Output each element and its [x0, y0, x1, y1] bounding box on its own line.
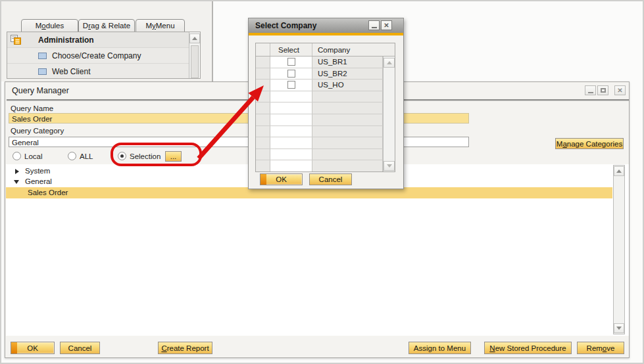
close-icon: ✕: [384, 22, 389, 29]
tab-modules[interactable]: Modules: [21, 19, 78, 32]
radio-selection-label[interactable]: Selection: [130, 152, 161, 160]
row-selector-cell[interactable]: [256, 68, 270, 80]
window-item-icon: [38, 68, 47, 75]
scroll-down-icon: [616, 327, 622, 330]
minimize-icon: [372, 27, 377, 28]
empty-table-row: [256, 137, 395, 149]
select-checkbox[interactable]: [287, 81, 295, 89]
modules-menu-panel: Administration Choose/Create Company Web…: [7, 32, 201, 79]
empty-table-row: [256, 126, 395, 138]
scroll-up-icon: [616, 170, 622, 173]
scroll-up-button[interactable]: [384, 58, 395, 68]
menu-item-web-client[interactable]: Web Client: [7, 64, 189, 79]
dialog-title-bar[interactable]: Select Company ✕: [249, 18, 403, 33]
table-row[interactable]: US_BR2: [256, 68, 395, 80]
table-header-row: Select Company: [256, 43, 395, 57]
row-selector-header: [256, 43, 270, 56]
company-selection-browse-button[interactable]: ...: [165, 151, 182, 162]
tab-my-menu[interactable]: My Menu: [136, 19, 185, 32]
dialog-title: Select Company: [255, 21, 316, 30]
empty-table-row: [256, 114, 395, 126]
query-list-scrollbar[interactable]: [613, 165, 625, 334]
scroll-down-icon: [387, 164, 392, 168]
radio-local[interactable]: [12, 152, 21, 160]
menu-item-choose-create-company[interactable]: Choose/Create Company: [7, 48, 189, 64]
select-checkbox[interactable]: [287, 70, 295, 78]
table-row[interactable]: US_HO: [256, 80, 395, 91]
scroll-up-button[interactable]: [614, 166, 624, 176]
radio-local-label[interactable]: Local: [24, 152, 43, 160]
empty-table-row: [256, 91, 395, 103]
minimize-button[interactable]: [585, 85, 596, 95]
remove-button[interactable]: Remove: [577, 342, 624, 354]
administration-icon: [11, 35, 21, 45]
manage-categories-button[interactable]: Manage Categories: [555, 138, 624, 149]
select-checkbox[interactable]: [287, 58, 295, 66]
empty-table-row: [256, 149, 395, 161]
scroll-up-icon: [387, 61, 392, 64]
menu-item-label: Choose/Create Company: [52, 51, 141, 60]
ok-button[interactable]: OK: [11, 342, 55, 354]
create-report-button[interactable]: Create Report: [158, 342, 212, 354]
scroll-down-button[interactable]: [614, 323, 624, 333]
scrollbar-thumb[interactable]: [191, 45, 199, 78]
tree-expanded-icon[interactable]: [14, 180, 19, 184]
empty-table-row: [256, 102, 395, 114]
new-stored-procedure-button[interactable]: New Stored Procedure: [484, 342, 572, 354]
tree-item-label: General: [25, 177, 52, 185]
dialog-accent-bar: [249, 33, 403, 35]
query-name-label: Query Name: [11, 104, 53, 112]
menu-item-label: Web Client: [52, 67, 90, 76]
select-column-header: Select: [270, 43, 312, 56]
dialog-ok-button[interactable]: OK: [260, 173, 303, 185]
close-icon: ✕: [617, 87, 622, 94]
close-button[interactable]: ✕: [381, 20, 392, 30]
menu-section-administration[interactable]: Administration: [7, 32, 189, 48]
dialog-cancel-button[interactable]: Cancel: [309, 173, 352, 185]
select-company-dialog: Select Company ✕ Select Company US_BR1: [248, 18, 404, 189]
tree-collapsed-icon[interactable]: [15, 169, 19, 174]
scroll-up-icon: [192, 37, 197, 40]
row-selector-cell[interactable]: [256, 80, 270, 91]
window-item-icon: [38, 53, 47, 59]
company-column-header: Company: [312, 43, 395, 56]
cancel-button[interactable]: Cancel: [60, 342, 100, 354]
maximize-icon: [601, 88, 606, 93]
company-table: Select Company US_BR1 US_BR2 US_HO: [255, 43, 395, 172]
radio-selection[interactable]: [118, 152, 126, 160]
row-selector-cell[interactable]: [256, 57, 270, 68]
tree-item-label: Sales Order: [28, 189, 68, 196]
minimize-button[interactable]: [368, 20, 380, 30]
tree-item-label: System: [25, 167, 50, 175]
scroll-down-button[interactable]: [384, 161, 395, 171]
menu-section-label: Administration: [38, 35, 94, 45]
background-window-edge: [212, 1, 213, 81]
table-row[interactable]: US_BR1: [256, 57, 395, 68]
company-cell: US_HO: [312, 80, 383, 91]
query-category-label: Query Category: [11, 127, 64, 135]
empty-table-row: [256, 160, 395, 172]
company-cell: US_BR2: [312, 68, 383, 80]
window-title: Query Manager: [12, 86, 69, 95]
radio-all-label[interactable]: ALL: [80, 152, 93, 160]
scroll-up-button[interactable]: [189, 34, 200, 43]
radio-all[interactable]: [68, 152, 76, 160]
close-button[interactable]: ✕: [614, 85, 626, 95]
maximize-button[interactable]: [597, 85, 608, 95]
assign-to-menu-button[interactable]: Assign to Menu: [409, 342, 471, 354]
screenshot-frame: Modules Drag & Relate My Menu Administra…: [0, 0, 644, 364]
company-cell: US_BR1: [312, 57, 383, 68]
company-table-scrollbar[interactable]: [383, 57, 395, 172]
minimize-icon: [588, 92, 593, 93]
tab-drag-and-relate[interactable]: Drag & Relate: [78, 19, 135, 32]
modules-panel-scrollbar[interactable]: [189, 32, 201, 79]
